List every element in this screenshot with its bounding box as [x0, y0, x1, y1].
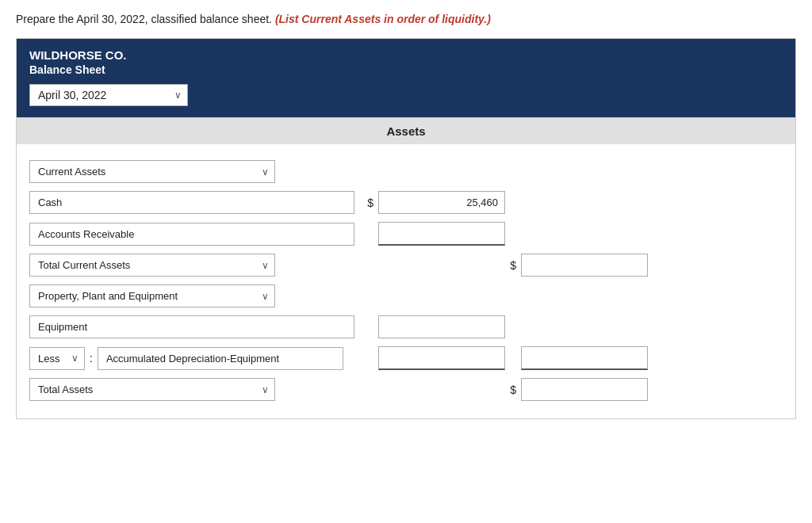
less-select[interactable]: Less [29, 347, 85, 370]
instruction-text: Prepare the April 30, 2022, classified b… [16, 13, 796, 25]
cash-row: $ [29, 191, 783, 214]
total-ca-select-wrapper[interactable]: Total Current Assets ∨ [29, 254, 275, 277]
total-ca-label-col: Total Current Assets ∨ [29, 254, 362, 277]
cash-label-col [29, 191, 362, 214]
balance-sheet-body: Current Assets ∨ $ [17, 144, 795, 418]
total-assets-label-col: Total Assets ∨ [29, 378, 362, 401]
ar-mid-col [362, 222, 505, 246]
cash-amount-input[interactable] [378, 191, 505, 214]
ar-amount-input[interactable] [378, 222, 505, 246]
instruction-highlight: (List Current Assets in order of liquidi… [275, 13, 491, 25]
less-right-col [505, 346, 648, 370]
total-assets-row: Total Assets ∨ $ [29, 378, 783, 401]
total-assets-amount-input[interactable] [521, 378, 648, 401]
date-select[interactable]: April 30, 2022 [29, 84, 188, 106]
ar-row [29, 222, 783, 246]
total-ca-row: Total Current Assets ∨ $ [29, 254, 783, 277]
cash-mid-col: $ [362, 191, 505, 214]
current-assets-select[interactable]: Current Assets [29, 160, 275, 183]
equipment-label-col [29, 315, 362, 338]
cash-dollar-sign: $ [367, 197, 373, 209]
less-mid-col [362, 346, 505, 370]
total-ca-select[interactable]: Total Current Assets [29, 254, 275, 277]
total-ca-amount-input[interactable] [521, 254, 648, 277]
current-assets-select-wrapper[interactable]: Current Assets ∨ [29, 160, 275, 183]
balance-sheet-header: WILDHORSE CO. Balance Sheet April 30, 20… [17, 39, 795, 117]
equipment-amount-input[interactable] [378, 315, 505, 338]
less-select-wrapper[interactable]: Less ∨ [29, 347, 85, 370]
ar-label-input[interactable] [29, 223, 354, 246]
instruction-main: Prepare the April 30, 2022, classified b… [16, 13, 272, 25]
current-assets-label-col: Current Assets ∨ [29, 160, 362, 183]
total-assets-dollar-sign: $ [510, 384, 516, 396]
ppe-row: Property, Plant and Equipment ∨ [29, 284, 783, 307]
equipment-row [29, 315, 783, 338]
total-ca-dollar-sign: $ [510, 259, 516, 272]
less-amount-input[interactable] [378, 346, 505, 370]
balance-sheet-container: WILDHORSE CO. Balance Sheet April 30, 20… [16, 38, 796, 419]
date-select-wrapper[interactable]: April 30, 2022 ∨ [29, 84, 188, 106]
less-label-col: Less ∨ : [29, 347, 362, 370]
equipment-label-input[interactable] [29, 315, 354, 338]
less-total-input[interactable] [521, 346, 648, 370]
cash-label-input[interactable] [29, 191, 354, 214]
ar-label-col [29, 223, 362, 246]
total-ca-right-col: $ [505, 254, 648, 277]
ppe-select[interactable]: Property, Plant and Equipment [29, 284, 275, 307]
sheet-title: Balance Sheet [29, 63, 783, 76]
page-wrapper: Prepare the April 30, 2022, classified b… [0, 0, 812, 432]
ppe-label-col: Property, Plant and Equipment ∨ [29, 284, 362, 307]
less-colon: : [90, 352, 93, 365]
company-name: WILDHORSE CO. [29, 48, 783, 62]
ppe-select-wrapper[interactable]: Property, Plant and Equipment ∨ [29, 284, 275, 307]
total-assets-right-col: $ [505, 378, 648, 401]
total-assets-select-wrapper[interactable]: Total Assets ∨ [29, 378, 275, 401]
total-assets-select[interactable]: Total Assets [29, 378, 275, 401]
accum-dep-label-input[interactable] [98, 347, 343, 370]
less-row: Less ∨ : [29, 346, 783, 370]
current-assets-row: Current Assets ∨ [29, 160, 783, 183]
assets-section-header: Assets [17, 117, 795, 144]
equipment-mid-col [362, 315, 505, 338]
